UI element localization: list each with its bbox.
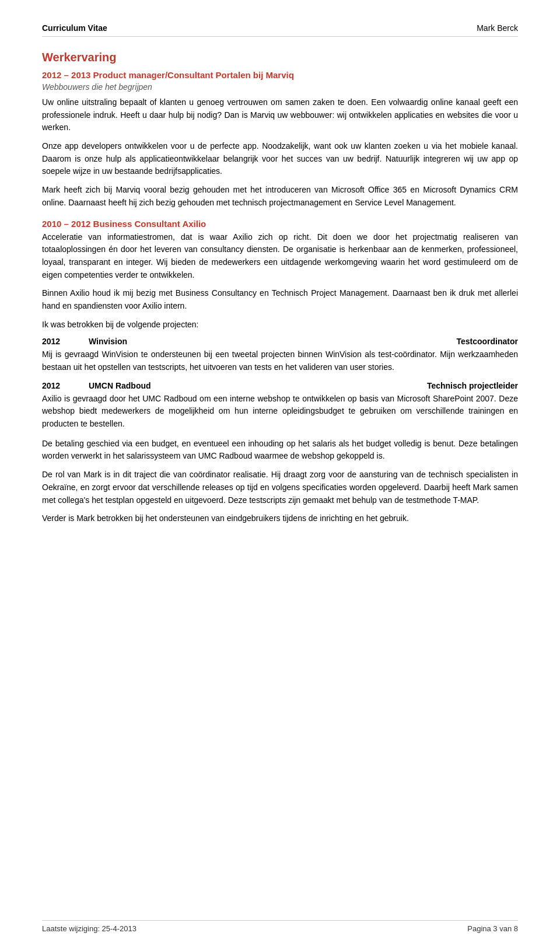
page-footer: Laatste wijziging: 25-4-2013 Pagina 3 va…	[42, 920, 518, 933]
job1-years: 2012 – 2013	[42, 70, 90, 80]
person-name: Mark Berck	[477, 23, 518, 33]
project1-role: Testcoordinator	[401, 337, 518, 346]
job2-extra3: Verder is Mark betrokken bij het onderst…	[42, 512, 518, 525]
job-marviq: 2012 – 2013 Product manager/Consultant P…	[42, 70, 518, 209]
job2-para1: Binnen Axilio houd ik mij bezig met Busi…	[42, 287, 518, 312]
project2-year: 2012	[42, 381, 89, 390]
job2-years: 2010 – 2012	[42, 219, 90, 229]
job2-title: Business Consultant	[93, 219, 180, 229]
cv-title: Curriculum Vitae	[42, 23, 107, 33]
project2-name: UMCN Radboud	[89, 381, 401, 390]
job1-subtitle: Webbouwers die het begrijpen	[42, 82, 518, 92]
job2-extra1: De betaling geschied via een budget, en …	[42, 438, 518, 463]
job1-para2: Onze app developers ontwikkelen voor u d…	[42, 140, 518, 178]
job2-para2: Ik was betrokken bij de volgende project…	[42, 319, 518, 331]
job1-para3: Mark heeft zich bij Marviq vooral bezig …	[42, 184, 518, 209]
project-umcn-header: 2012 UMCN Radboud Technisch projectleide…	[42, 381, 518, 390]
footer-last-modified: Laatste wijziging: 25-4-2013	[42, 924, 136, 933]
project1-desc: Mij is gevraagd WinVision te ondersteune…	[42, 348, 518, 373]
job2-extra2: De rol van Mark is in dit traject die va…	[42, 469, 518, 506]
project1-name: Winvision	[89, 337, 401, 346]
cv-page: Curriculum Vitae Mark Berck Werkervaring…	[0, 0, 560, 947]
project1-year: 2012	[42, 337, 89, 346]
job1-title: Product manager/Consultant Portalen bij …	[93, 70, 294, 80]
project-winvision-header: 2012 Winvision Testcoordinator	[42, 337, 518, 346]
job2-company: Axilio	[182, 219, 206, 229]
job1-para1: Uw online uitstraling bepaalt of klanten…	[42, 96, 518, 134]
job2-title-line: 2010 – 2012 Business Consultant Axilio	[42, 219, 518, 229]
project2-desc: Axilio is gevraagd door het UMC Radboud …	[42, 393, 518, 431]
project2-role: Technisch projectleider	[401, 381, 518, 390]
section-heading-werkervaring: Werkervaring	[42, 51, 518, 64]
job-axilio: 2010 – 2012 Business Consultant Axilio A…	[42, 219, 518, 525]
footer-page-number: Pagina 3 van 8	[467, 924, 518, 933]
page-header: Curriculum Vitae Mark Berck	[42, 23, 518, 37]
job2-intro: Acceleratie van informatiestromen, dat i…	[42, 231, 518, 282]
job1-title-line: 2012 – 2013 Product manager/Consultant P…	[42, 70, 518, 80]
